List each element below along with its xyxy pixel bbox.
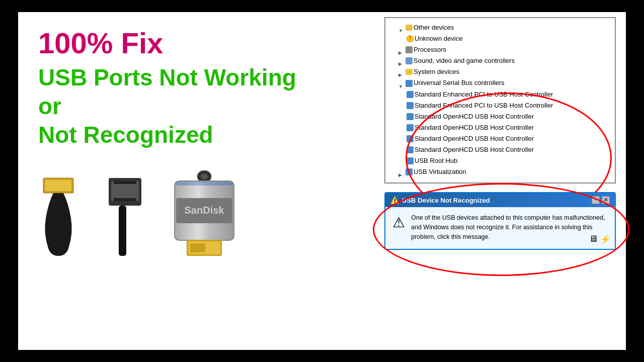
- svg-rect-17: [175, 182, 233, 186]
- dm-label-usb-6: Standard OpenHCD USB Host Controller: [415, 144, 534, 155]
- sound-icon: [406, 57, 413, 64]
- dm-row-usb-root[interactable]: USB Root Hub: [390, 155, 610, 166]
- usb-taskbar-icon: ⚡: [600, 234, 611, 245]
- popup-body: ⚠ One of the USB devices attached to thi…: [385, 207, 615, 248]
- dm-row-usb-2[interactable]: Standard Enhanced PCI to USB Host Contro…: [390, 100, 610, 111]
- arrow-right-icon: [398, 47, 405, 53]
- dm-label-usb-virt: USB Virtualization: [414, 166, 466, 177]
- usb-root-icon: [407, 157, 414, 164]
- arrow-right-icon-sound: [398, 58, 405, 64]
- usb-item-icon-2: [407, 102, 414, 109]
- arrow-down-usb-icon: [398, 80, 405, 86]
- dm-label-usb-4: Standard OpenHCD USB Host Controller: [415, 122, 534, 133]
- dm-label-usb-3: Standard OpenHCD USB Host Controller: [415, 111, 534, 122]
- popup-title-text: USB Device Not Recognized: [402, 197, 490, 204]
- dm-row-usb-1[interactable]: Standard Enhanced PCI to USB Host Contro…: [390, 89, 610, 100]
- dm-row-unknown-device[interactable]: ! Unknown device: [390, 33, 610, 44]
- dm-row-usb-3[interactable]: Standard OpenHCD USB Host Controller: [390, 111, 610, 122]
- dm-row-usb-6[interactable]: Standard OpenHCD USB Host Controller: [390, 144, 610, 155]
- dm-label-unknown-device: Unknown device: [415, 33, 462, 44]
- network-icon: 🖥: [589, 234, 598, 245]
- popup-titlebar: ⚠️ USB Device Not Recognized 🔧 ✕: [385, 193, 615, 207]
- taskbar-icons: 🖥 ⚡: [589, 234, 611, 245]
- dm-row-system[interactable]: System devices: [390, 66, 610, 77]
- dm-label-usb-1: Standard Enhanced PCI to USB Host Contro…: [415, 89, 553, 100]
- popup-body-text[interactable]: One of the USB devices attached to this …: [411, 213, 608, 241]
- popup-settings-button[interactable]: 🔧: [592, 196, 600, 204]
- title-fix: 100% Fix: [38, 27, 163, 59]
- dm-label-usb-5: Standard OpenHCD USB Host Controller: [415, 133, 534, 144]
- usb-item-icon-3: [407, 113, 414, 120]
- title-or: or: [38, 93, 61, 120]
- usb-item-icon-6: [407, 146, 414, 153]
- usb-item-icon-4: [407, 124, 414, 131]
- svg-marker-5: [114, 181, 136, 184]
- svg-rect-7: [119, 206, 126, 256]
- folder-icon: [406, 25, 413, 31]
- dm-row-other-devices[interactable]: Other devices: [390, 22, 610, 33]
- dm-label-other-devices: Other devices: [414, 22, 454, 33]
- svg-rect-1: [45, 180, 71, 191]
- dm-row-usb-virt[interactable]: USB Virtualization: [390, 166, 610, 177]
- popup-warning-icon: ⚠: [392, 214, 405, 231]
- dm-label-processors: Processors: [414, 44, 446, 55]
- dm-tree: Other devices ! Unknown device Processor…: [390, 22, 610, 177]
- dm-label-usb-root: USB Root Hub: [415, 155, 457, 166]
- dm-label-usb-2: Standard Enhanced PCI to USB Host Contro…: [415, 100, 553, 111]
- popup-title-left: ⚠️ USB Device Not Recognized: [390, 196, 490, 204]
- dm-row-usb-controllers[interactable]: Universal Serial Bus controllers: [390, 77, 610, 88]
- warning-icon: !: [407, 35, 414, 42]
- system-icon: [406, 69, 413, 75]
- usb-virt-icon: [406, 168, 413, 175]
- right-panel: Other devices ! Unknown device Processor…: [384, 12, 626, 255]
- usb-not-recognized-popup[interactable]: ⚠️ USB Device Not Recognized 🔧 ✕ ⚠ One o…: [384, 192, 616, 249]
- proc-icon: [406, 46, 413, 53]
- dm-row-usb-5[interactable]: Standard OpenHCD USB Host Controller: [390, 133, 610, 144]
- warning-triangle-icon: ⚠️: [390, 196, 399, 204]
- arrow-right-virt-icon: [398, 169, 405, 175]
- usb-controller-icon: [406, 80, 413, 87]
- svg-point-9: [201, 173, 208, 179]
- dm-row-processors[interactable]: Processors: [390, 44, 610, 55]
- device-manager-window: Other devices ! Unknown device Processor…: [384, 17, 616, 184]
- dm-label-system: System devices: [414, 66, 459, 77]
- dm-label-usb-controllers: Universal Serial Bus controllers: [414, 77, 505, 88]
- popup-close-button[interactable]: ✕: [602, 196, 610, 204]
- svg-rect-16: [190, 243, 205, 252]
- svg-text:SanDisk: SanDisk: [185, 205, 225, 216]
- arrow-down-icon: [398, 25, 405, 31]
- main-container: 100% Fix USB Ports Not Working or Not Re…: [18, 12, 626, 350]
- usb-flash-drive: SanDisk: [154, 170, 255, 258]
- dm-row-usb-4[interactable]: Standard OpenHCD USB Host Controller: [390, 122, 610, 133]
- arrow-right-icon-system: [398, 69, 405, 75]
- popup-controls: 🔧 ✕: [592, 196, 610, 204]
- svg-marker-6: [114, 198, 136, 201]
- usb-item-icon-5: [407, 135, 414, 142]
- title-usb: USB Ports Not Working: [38, 64, 296, 91]
- left-panel: 100% Fix USB Ports Not Working or Not Re…: [18, 12, 384, 268]
- dm-label-sound: Sound, video and game controllers: [414, 55, 515, 66]
- usb-item-icon-1: [407, 91, 414, 98]
- dm-row-sound[interactable]: Sound, video and game controllers: [390, 55, 610, 66]
- title-notrecog: Not Recognized: [38, 122, 213, 148]
- usb-images: SanDisk: [38, 158, 369, 258]
